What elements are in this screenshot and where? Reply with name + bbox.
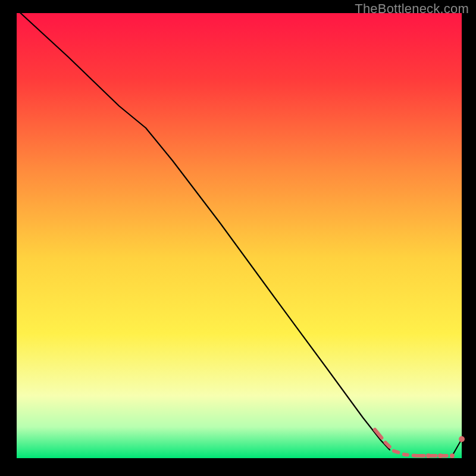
watermark-text: TheBottleneck.com — [355, 1, 469, 17]
marker-dot — [450, 453, 455, 458]
chart-svg — [0, 0, 476, 476]
marker-dot — [438, 453, 443, 458]
marker-dot — [459, 436, 465, 442]
chart-frame: TheBottleneck.com — [0, 0, 476, 476]
plot-background — [17, 13, 462, 458]
marker-dot — [426, 453, 431, 458]
